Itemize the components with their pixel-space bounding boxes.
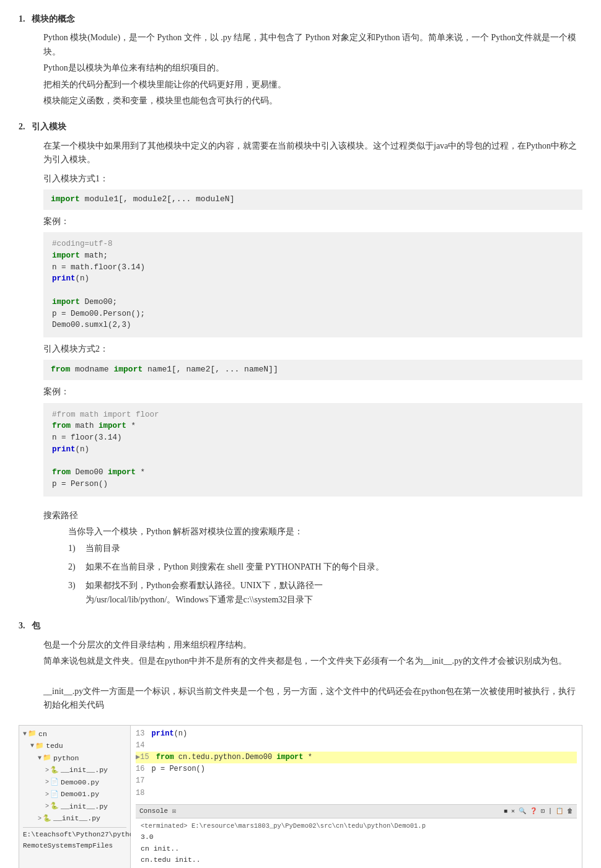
search-path-section: 搜索路径 当你导入一个模块，Python 解析器对模块位置的搜索顺序是： 1) … [19,509,582,607]
file-tree: ▼ 📁 cn ▼ 📁 tedu ▼ 📁 python > 🐍 __init__.… [23,728,126,825]
arrow-icon: ▼ [30,740,34,751]
section-1-heading: 模块的概念 [32,14,75,24]
tree-item-demo00: > 📄 Demo00.py [23,776,126,789]
console-output-1: 3.0 [141,831,572,843]
section-2-number: 2. [19,122,25,131]
section-2-heading: 引入模块 [32,122,66,131]
code-line-18: 18 [136,788,577,799]
section-1-para-1: Python 模块(Module)，是一个 Python 文件，以 .py 结尾… [43,31,582,59]
remote-systems: RemoteSystemsTempFiles [23,841,126,852]
section-3-content: 包是一个分层次的文件目录结构，用来组织程序结构。 简单来说包就是文件夹。但是在p… [19,638,582,713]
tree-label-init-py: __init__.py [61,764,108,776]
section-1-content: Python 模块(Module)，是一个 Python 文件，以 .py 结尾… [19,31,582,108]
folder-icon: 📁 [35,740,44,752]
ide-screenshot: ▼ 📁 cn ▼ 📁 tedu ▼ 📁 python > 🐍 __init__.… [19,725,582,868]
tree-label-tedu: tedu [46,740,63,752]
section-3-para-3: __init__.py文件一方面是一个标识，标识当前文件夹是一个包，另一方面，这… [43,685,582,713]
search-path-title: 搜索路径 [43,509,582,523]
section-3-title: 3. 包 [19,619,582,633]
section-2-title: 2. 引入模块 [19,120,582,134]
section-2-content: 在某一个模块中如果用到了其他模块中定义的内容，就需要在当前模块中引入该模块。这个… [19,139,582,497]
code-line-15: ▶15 from cn.tedu.python.Demo00 import * [136,752,577,763]
tree-item-init-py: > 🐍 __init__.py [23,764,126,776]
code-panel: 13 print(n) 14 ▶15 from cn.tedu.python.D… [131,726,582,868]
arrow-icon: > [45,777,49,788]
method2-code: from modname import name1[, name2[, ... … [43,360,582,380]
tree-item-tedu: ▼ 📁 tedu [23,740,126,752]
method1-code: import module1[, module2[,... moduleN] [43,189,582,210]
section-3: 3. 包 包是一个分层次的文件目录结构，用来组织程序结构。 简单来说包就是文件夹… [19,619,582,712]
console-header: Console ☒ ■ ✕ 🔍 ❓ ⊡ | 📋 🗑 [136,805,577,819]
search-path-body: 当你导入一个模块，Python 解析器对模块位置的搜索顺序是： 1) 当前目录 … [43,525,582,607]
section-1-para-4: 模块能定义函数，类和变量，模块里也能包含可执行的代码。 [43,94,582,108]
search-item-2-num: 2) [68,560,86,574]
py-icon: 🐍 [50,801,59,812]
console-terminated: <terminated> E:\resource\mars1803_py\PyD… [141,821,572,831]
search-item-2-text: 如果不在当前目录，Python 则搜索在 shell 变量 PYTHONPATH… [86,560,384,574]
file-icon: 📄 [50,789,59,801]
arrow-icon: ▼ [23,729,27,739]
section-1-number: 1. [19,14,25,24]
search-item-3-text: 如果都找不到，Python会察看默认路径。UNIX下，默认路径一 为/usr/l… [86,579,323,607]
tree-item-python: ▼ 📁 python [23,752,126,765]
section-3-heading: 包 [32,621,40,630]
tree-label-init-py3: __init__.py [53,812,100,825]
tree-item-cn: ▼ 📁 cn [23,728,126,740]
tree-label-demo01: Demo01.py [61,788,99,801]
arrow-icon: > [38,814,42,824]
search-item-1-num: 1) [68,542,86,555]
example2-label: 案例： [43,385,582,399]
py-icon: 🐍 [43,813,51,825]
example1-code: #coding=utf-8 import math; n = math.floo… [43,232,582,337]
section-2-intro: 在某一个模块中如果用到了其他模块中定义的内容，就需要在当前模块中引入该模块。这个… [43,139,582,167]
file-icon: 📄 [50,776,59,788]
folder-icon: 📁 [28,728,37,740]
search-item-1-text: 当前目录 [86,542,120,555]
search-path-content: 搜索路径 当你导入一个模块，Python 解析器对模块位置的搜索顺序是： 1) … [19,509,582,607]
console-label: Console ☒ [139,806,176,817]
tree-item-init-py3: > 🐍 __init__.py [23,812,126,825]
example2-code: #from math import floor from math import… [43,403,582,497]
tree-item-init-py2: > 🐍 __init__.py [23,801,126,813]
code-lines: 13 print(n) 14 ▶15 from cn.tedu.python.D… [136,728,577,799]
console-output-4: cn.tedu.python init.. [141,866,572,868]
section-3-number: 3. [19,621,25,630]
section-2: 2. 引入模块 在某一个模块中如果用到了其他模块中定义的内容，就需要在当前模块中… [19,120,582,497]
arrow-icon: > [45,789,49,800]
method1-label: 引入模块方式1： [43,172,582,186]
tree-label-python: python [53,752,79,765]
search-item-3-num: 3) [68,579,86,607]
section-1: 1. 模块的概念 Python 模块(Module)，是一个 Python 文件… [19,12,582,108]
folder-icon: 📁 [43,752,51,764]
code-line-13: 13 print(n) [136,728,577,740]
console-icons: ■ ✕ 🔍 ❓ ⊡ | 📋 🗑 [504,807,573,817]
search-item-1: 1) 当前目录 [68,542,582,555]
py-icon: 🐍 [50,765,59,776]
method2-label: 引入模块方式2： [43,342,582,356]
tree-item-demo01: > 📄 Demo01.py [23,788,126,801]
code-line-16: 16 p = Person() [136,763,577,775]
arrow-icon: > [45,801,49,812]
section-3-para-2: 简单来说包就是文件夹。但是在python中并不是所有的文件夹都是包，一个文件夹下… [43,654,582,668]
section-3-para-1: 包是一个分层次的文件目录结构，用来组织程序结构。 [43,638,582,652]
console-output-3: cn.tedu init.. [141,854,572,866]
console-content: <terminated> E:\resource\mars1803_py\PyD… [136,818,577,868]
tree-label-demo00: Demo00.py [61,776,99,789]
tree-label-cn: cn [38,728,47,740]
section-1-para-3: 把相关的代码分配到一个模块里能让你的代码更好用，更易懂。 [43,78,582,92]
search-item-2: 2) 如果不在当前目录，Python 则搜索在 shell 变量 PYTHONP… [68,560,582,574]
arrow-icon: ▼ [38,753,42,763]
section-1-title: 1. 模块的概念 [19,12,582,26]
search-item-3: 3) 如果都找不到，Python会察看默认路径。UNIX下，默认路径一 为/us… [68,579,582,607]
code-line-14: 14 [136,740,577,752]
example1-label: 案例： [43,215,582,228]
exe-path: E:\teachsoft\Python27\python.ex [23,827,126,841]
arrow-icon: > [45,765,49,776]
search-path-intro: 当你导入一个模块，Python 解析器对模块位置的搜索顺序是： [68,525,582,539]
section-1-para-2: Python是以模块为单位来有结构的组织项目的。 [43,61,582,75]
code-line-17: 17 [136,775,577,787]
console-area: Console ☒ ■ ✕ 🔍 ❓ ⊡ | 📋 🗑 <terminated> E… [136,804,577,868]
file-tree-panel: ▼ 📁 cn ▼ 📁 tedu ▼ 📁 python > 🐍 __init__.… [19,726,131,868]
tree-label-init-py2: __init__.py [61,801,108,813]
console-output-2: cn init.. [141,843,572,854]
